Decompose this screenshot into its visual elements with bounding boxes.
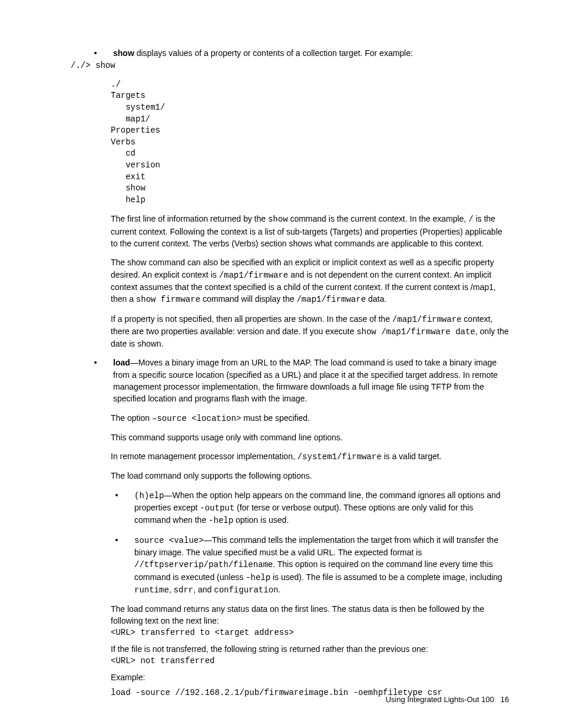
help-option-text: (h)elp—When the option help appears on t… (134, 489, 509, 527)
inline-code: runtime (134, 585, 169, 595)
bullet-icon (115, 494, 118, 496)
paragraph: The load command returns any status data… (111, 603, 509, 627)
page-footer: Using Integrated Lights-Out 100 16 (385, 694, 509, 706)
code-prompt: /./> show (71, 60, 509, 72)
inline-code: / (468, 215, 473, 224)
inline-code: -help (209, 516, 233, 525)
text: must be specified. (241, 413, 310, 423)
inline-code: (h)elp (134, 491, 164, 500)
text: command will display the (200, 294, 296, 304)
inline-code: configuration (214, 585, 278, 595)
inline-code: source <value> (134, 536, 204, 545)
inline-code: -help (246, 573, 270, 582)
paragraph: The first line of information returned b… (111, 213, 509, 249)
inline-code: //tftpserverip/path/filename (134, 560, 273, 569)
paragraph: If the file is not transferred, the foll… (111, 643, 509, 655)
inline-code: –source <location> (152, 414, 241, 423)
inline-code: -output (200, 503, 234, 513)
text: The first line of information returned b… (111, 214, 268, 223)
inline-code: show firmware (136, 295, 200, 304)
text: , and (193, 585, 214, 594)
paragraph: If a property is not specified, then all… (111, 313, 509, 350)
page-number: 16 (501, 695, 509, 704)
inline-code: /map1/firmware (392, 315, 462, 324)
text: is used). The file is assumed to be a co… (270, 572, 503, 582)
load-item-text: load—Moves a binary image from an URL to… (113, 357, 509, 404)
text: command is the current context. In the e… (288, 214, 469, 223)
text: In remote management processor implement… (111, 452, 297, 461)
list-item: source <value>—This command tells the im… (71, 534, 509, 596)
code-output: ./ Targets system1/ map1/ Properties Ver… (111, 79, 509, 206)
paragraph: Example: (111, 671, 509, 683)
text: . (278, 585, 280, 594)
show-bold: show (113, 48, 134, 58)
text: option is used. (233, 515, 289, 525)
inline-code: show (268, 215, 288, 224)
inline-code: sdrr (174, 585, 194, 595)
text: data. (366, 294, 386, 304)
code-line: <URL> not transferred (111, 655, 509, 667)
show-desc: displays values of a property or content… (134, 48, 413, 58)
bullet-icon (94, 361, 97, 364)
text: If a property is not specified, then all… (111, 314, 392, 324)
paragraph: The load command only supports the follo… (111, 470, 509, 482)
bullet-icon (115, 539, 118, 541)
inline-code: /map1/firmware (219, 271, 289, 280)
text: , (169, 585, 174, 594)
bullet-icon (94, 52, 97, 54)
page-content: show displays values of a property or co… (0, 0, 562, 728)
inline-code: /map1/firmware (296, 295, 366, 304)
load-desc: —Moves a binary image from an URL to the… (113, 358, 498, 403)
text: The option (111, 413, 152, 423)
paragraph: The option –source <location> must be sp… (111, 412, 509, 424)
load-bold: load (113, 358, 130, 367)
footer-text: Using Integrated Lights-Out 100 (385, 695, 494, 704)
list-item: show displays values of a property or co… (71, 47, 509, 59)
inline-code: show /map1/firmware date (356, 327, 475, 337)
paragraph: This command supports usage only with co… (111, 431, 509, 443)
code-line: <URL> transferred to <target address> (111, 627, 509, 639)
inline-code: /system1/firmware (297, 452, 382, 462)
paragraph: The show command can also be specified w… (111, 256, 509, 305)
text: is a valid target. (382, 452, 442, 461)
show-item-text: show displays values of a property or co… (113, 47, 509, 59)
source-option-text: source <value>—This command tells the im… (134, 534, 509, 596)
list-item: load—Moves a binary image from an URL to… (71, 357, 509, 404)
paragraph: In remote management processor implement… (111, 450, 509, 463)
list-item: (h)elp—When the option help appears on t… (71, 489, 509, 527)
